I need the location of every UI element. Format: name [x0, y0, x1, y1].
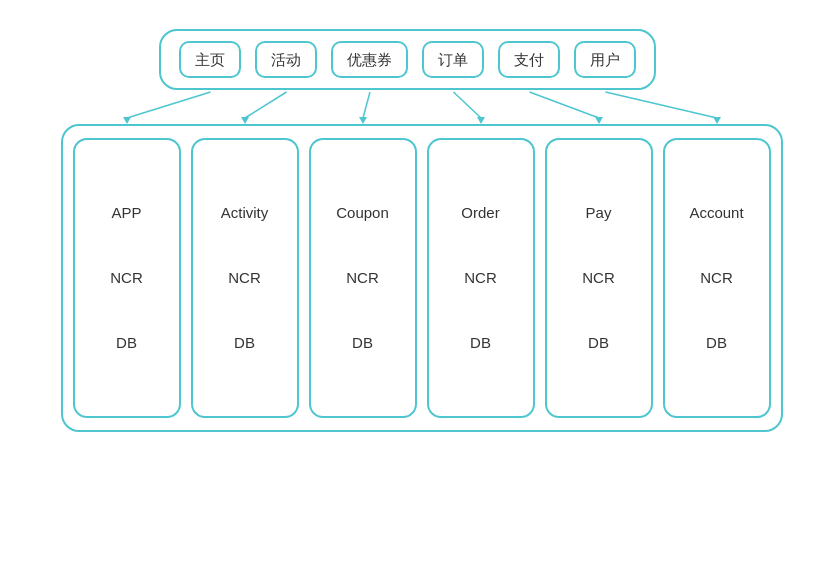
diagram: 主页活动优惠券订单支付用户 APPNCRDBActivityNCRDBCoupo… — [13, 13, 803, 563]
service-col-order: OrderNCRDB — [427, 138, 535, 418]
svg-line-0 — [127, 92, 211, 118]
service-item-ncr: NCR — [346, 269, 379, 286]
service-item-db: DB — [706, 334, 727, 351]
service-col-activity: ActivityNCRDB — [191, 138, 299, 418]
service-item-activity: Activity — [221, 204, 269, 221]
svg-line-10 — [605, 92, 717, 118]
service-item-ncr: NCR — [582, 269, 615, 286]
gateway-service-activity: 活动 — [255, 41, 317, 78]
svg-marker-7 — [477, 117, 485, 124]
service-item-ncr: NCR — [464, 269, 497, 286]
svg-marker-1 — [123, 117, 131, 124]
service-governance-label — [33, 124, 61, 432]
gateway-service-home: 主页 — [179, 41, 241, 78]
arrows-svg — [33, 90, 783, 124]
svg-line-4 — [363, 92, 370, 118]
service-col-pay: PayNCRDB — [545, 138, 653, 418]
service-item-db: DB — [470, 334, 491, 351]
gateway-service-pay: 支付 — [498, 41, 560, 78]
service-item-db: DB — [234, 334, 255, 351]
service-item-db: DB — [116, 334, 137, 351]
service-col-app: APPNCRDB — [73, 138, 181, 418]
api-gateway-box: 主页活动优惠券订单支付用户 — [159, 29, 656, 90]
service-item-ncr: NCR — [110, 269, 143, 286]
services-outer: APPNCRDBActivityNCRDBCouponNCRDBOrderNCR… — [61, 124, 783, 432]
svg-line-8 — [529, 92, 599, 118]
arrows-area — [33, 90, 783, 124]
bottom-section: APPNCRDBActivityNCRDBCouponNCRDBOrderNCR… — [33, 124, 783, 432]
svg-marker-3 — [241, 117, 249, 124]
service-item-account: Account — [689, 204, 743, 221]
service-item-ncr: NCR — [700, 269, 733, 286]
gateway-service-user: 用户 — [574, 41, 636, 78]
svg-line-6 — [453, 92, 481, 118]
svg-marker-11 — [713, 117, 721, 124]
service-item-order: Order — [461, 204, 499, 221]
svg-marker-5 — [359, 117, 367, 124]
service-item-db: DB — [352, 334, 373, 351]
layout-wrapper: 主页活动优惠券订单支付用户 APPNCRDBActivityNCRDBCoupo… — [33, 23, 783, 432]
svg-marker-9 — [595, 117, 603, 124]
gateway-service-coupon: 优惠券 — [331, 41, 408, 78]
top-area: 主页活动优惠券订单支付用户 — [33, 23, 783, 90]
service-col-account: AccountNCRDB — [663, 138, 771, 418]
service-item-db: DB — [588, 334, 609, 351]
service-item-app: APP — [111, 204, 141, 221]
svg-line-2 — [245, 92, 287, 118]
service-col-coupon: CouponNCRDB — [309, 138, 417, 418]
gateway-service-order: 订单 — [422, 41, 484, 78]
service-item-coupon: Coupon — [336, 204, 389, 221]
service-item-ncr: NCR — [228, 269, 261, 286]
service-item-pay: Pay — [586, 204, 612, 221]
